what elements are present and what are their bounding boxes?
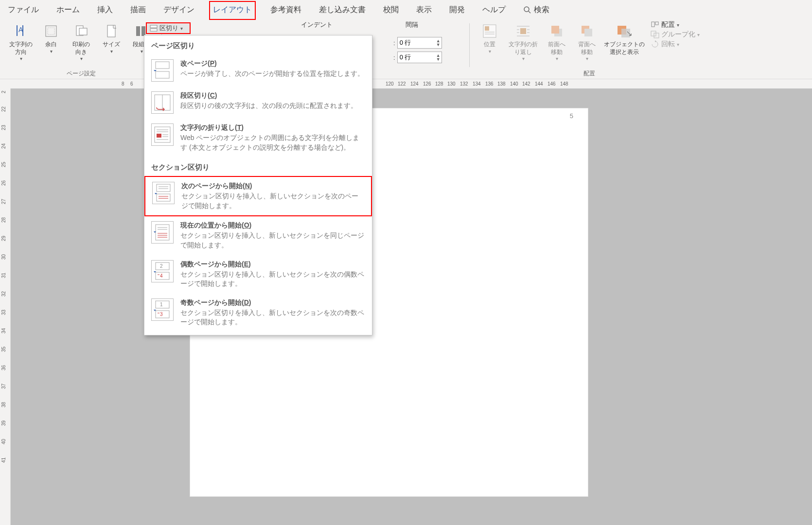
bring-forward-button[interactable]: 前面へ移動 ▾ <box>543 20 571 65</box>
tab-help[interactable]: ヘルプ <box>479 2 509 19</box>
spacing-label: 間隔 <box>406 20 418 29</box>
spinner-arrows-icon[interactable]: ▲▼ <box>436 53 441 61</box>
orientation-label: 印刷の向き <box>72 41 90 56</box>
tab-layout[interactable]: レイアウト <box>209 1 256 20</box>
margins-button[interactable]: 余白 ▾ <box>37 20 65 65</box>
menu-odd-page[interactable]: 13 奇数ページから開始(D) セクション区切りを挿入し、新しいセクションを次の… <box>144 294 372 332</box>
menu-item-title: 偶数ページから開始(E) <box>180 260 365 269</box>
group-icon <box>651 31 659 38</box>
menu-item-desc: セクション区切りを挿入し、新しいセクションを次の奇数ページで開始します。 <box>180 308 365 327</box>
orientation-button[interactable]: 印刷の向き ▾ <box>67 20 95 65</box>
menu-continuous[interactable]: 現在の位置から開始(O) セクション区切りを挿入し、新しいセクションを同じページ… <box>144 216 372 255</box>
tab-design[interactable]: デザイン <box>160 2 197 19</box>
separator <box>469 23 470 67</box>
menu-item-title: 次のページから開始(N) <box>181 182 364 191</box>
menu-item-desc: セクション区切りを挿入し、新しいセクションを次のページで開始します。 <box>181 192 364 210</box>
spacing-after-input[interactable]: ▲▼ <box>397 52 442 63</box>
wrap-text-icon <box>514 22 532 40</box>
svg-rect-6 <box>79 28 87 35</box>
tab-home[interactable]: ホーム <box>53 2 83 19</box>
menu-column-break[interactable]: 段区切り(C) 段区切りの後の文字列は、次の段の先頭に配置されます。 <box>144 87 372 119</box>
spinner-arrows-icon[interactable]: ▲▼ <box>436 39 441 47</box>
svg-rect-40 <box>157 134 161 138</box>
tab-insert[interactable]: 挿入 <box>94 2 116 19</box>
tab-draw[interactable]: 描画 <box>127 2 149 19</box>
svg-rect-22 <box>551 26 559 34</box>
ribbon-body: A 文字列の方向 ▾ 余白 ▾ 印刷の向き ▾ サイズ ▾ 段組み <box>0 18 812 79</box>
menu-item-desc: ページが終了し、次のページが開始する位置を指定します。 <box>180 69 365 79</box>
align-label: 配置 <box>661 20 675 29</box>
tab-file[interactable]: ファイル <box>5 2 42 19</box>
section-section-breaks-title: セクション区切り <box>144 157 372 176</box>
group-obj-label: グループ化 <box>661 30 695 39</box>
align-button[interactable]: 配置▾ <box>651 20 700 29</box>
svg-rect-14 <box>520 28 526 34</box>
chevron-down-icon: ▾ <box>20 56 22 61</box>
svg-rect-7 <box>107 25 115 37</box>
chevron-down-icon: ▾ <box>556 56 558 61</box>
wrap-text-label: 文字列の折り返し <box>509 41 538 56</box>
tab-search[interactable]: 検索 <box>520 2 552 19</box>
menu-page-break[interactable]: 改ページ(P) ページが終了し、次のページが開始する位置を指定します。 <box>144 54 372 87</box>
align-group-stack: 配置▾ グループ化▾ 回転▾ <box>648 20 703 49</box>
search-icon <box>523 6 531 14</box>
menu-item-title: 改ページ(P) <box>180 59 365 68</box>
menu-text-wrapping[interactable]: 文字列の折り返し(T) Web ページのオブジェクトの周囲にある文字列を分離しま… <box>144 119 372 157</box>
wrap-text-button[interactable]: 文字列の折り返し ▾ <box>506 20 541 65</box>
indent-label: インデント <box>301 20 333 29</box>
group-arrange: 位置 ▾ 文字列の折り返し ▾ 前面へ移動 ▾ 背面へ移動 ▾ オブジェクトの選… <box>473 20 706 78</box>
spacing-before-input[interactable]: ▲▼ <box>397 37 442 49</box>
svg-rect-9 <box>141 26 145 36</box>
chevron-down-icon: ▾ <box>697 32 700 37</box>
menu-even-page[interactable]: 24 偶数ページから開始(E) セクション区切りを挿入し、新しいセクションを次の… <box>144 255 372 294</box>
chevron-down-icon: ▾ <box>677 42 679 47</box>
svg-rect-47 <box>157 194 170 201</box>
page-number: 5 <box>570 112 573 120</box>
tab-review[interactable]: 校閲 <box>380 2 402 19</box>
chevron-down-icon: ▾ <box>80 56 83 61</box>
rotate-button[interactable]: 回転▾ <box>651 40 700 49</box>
chevron-down-icon: ▾ <box>586 56 588 61</box>
size-icon <box>103 22 120 40</box>
tab-view[interactable]: 表示 <box>413 2 435 19</box>
svg-rect-28 <box>655 22 658 25</box>
breaks-dropdown: ページ区切り 改ページ(P) ページが終了し、次のページが開始する位置を指定しま… <box>144 35 372 335</box>
position-button[interactable]: 位置 ▾ <box>476 20 504 65</box>
svg-text:2: 2 <box>160 263 163 269</box>
breaks-button[interactable]: 区切り ▾ <box>146 22 191 34</box>
text-direction-button[interactable]: A 文字列の方向 ▾ <box>7 20 35 65</box>
selection-pane-button[interactable]: オブジェクトの選択と表示 <box>603 20 646 65</box>
text-direction-label: 文字列の方向 <box>9 41 33 56</box>
ribbon-tabs: ファイル ホーム 挿入 描画 デザイン レイアウト 参考資料 差し込み文書 校閲… <box>0 0 812 18</box>
menu-item-title: 文字列の折り返し(T) <box>180 123 365 132</box>
page-break-icon <box>151 59 174 82</box>
svg-rect-24 <box>584 29 592 36</box>
arrange-group-label: 配置 <box>583 70 595 78</box>
group-button[interactable]: グループ化▾ <box>651 30 700 39</box>
tab-mailings[interactable]: 差し込み文書 <box>316 2 369 19</box>
spacing-before-label: : <box>393 39 395 47</box>
breaks-icon <box>150 25 158 32</box>
menu-next-page[interactable]: 次のページから開始(N) セクション区切りを挿入し、新しいセクションを次のページ… <box>144 176 372 216</box>
position-icon <box>481 22 498 40</box>
size-button[interactable]: サイズ ▾ <box>97 20 125 65</box>
menu-item-desc: Web ページのオブジェクトの周囲にある文字列を分離します (本文とオブジェクト… <box>180 133 365 152</box>
section-page-breaks-title: ページ区切り <box>144 35 372 54</box>
svg-rect-30 <box>654 33 659 38</box>
tab-references[interactable]: 参考資料 <box>267 2 304 19</box>
document-area: 2222324252627282930313233343536373839404… <box>0 88 812 525</box>
send-backward-icon <box>578 22 596 40</box>
svg-rect-33 <box>156 62 169 69</box>
svg-point-0 <box>524 7 529 12</box>
spacing-after-label: : <box>393 54 395 61</box>
horizontal-ruler[interactable]: 8612012212412612813013213413613814014214… <box>0 79 812 88</box>
column-break-icon <box>151 91 174 114</box>
svg-rect-3 <box>46 26 56 36</box>
svg-rect-4 <box>48 28 54 35</box>
chevron-down-icon: ▾ <box>50 49 53 54</box>
tab-developer[interactable]: 開発 <box>446 2 468 19</box>
group-page-setup: A 文字列の方向 ▾ 余白 ▾ 印刷の向き ▾ サイズ ▾ 段組み <box>4 20 159 78</box>
svg-rect-8 <box>136 26 140 36</box>
send-backward-button[interactable]: 背面へ移動 ▾ <box>573 20 601 65</box>
vertical-ruler[interactable]: 2222324252627282930313233343536373839404… <box>0 88 11 525</box>
